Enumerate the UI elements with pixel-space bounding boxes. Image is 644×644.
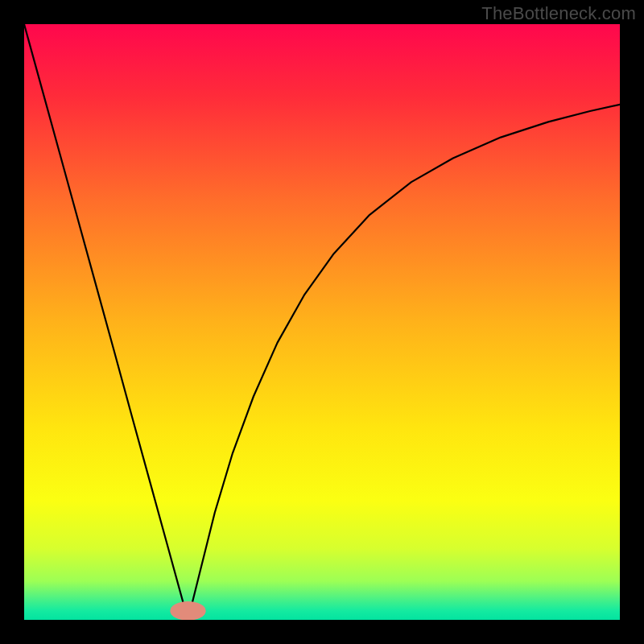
chart-frame: TheBottleneck.com — [0, 0, 644, 644]
plot-area — [24, 24, 620, 620]
minimum-marker — [170, 601, 205, 620]
watermark-text: TheBottleneck.com — [481, 3, 636, 24]
chart-svg — [24, 24, 620, 620]
gradient-background — [24, 24, 620, 620]
